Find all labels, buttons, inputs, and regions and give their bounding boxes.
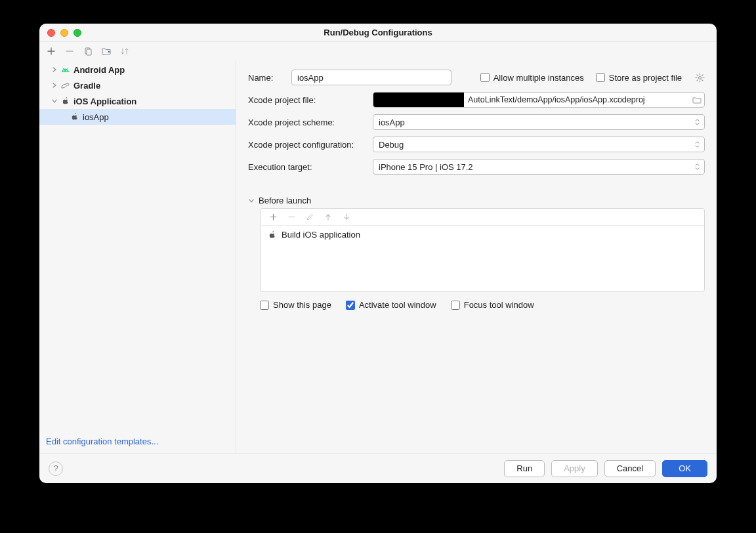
dialog-footer: ? Run Apply Cancel OK [39, 453, 717, 483]
chevron-down-icon [694, 163, 700, 171]
launch-checks: Show this page Activate tool window Focu… [260, 300, 705, 310]
xcode-file-value: AutoLinkText/demoApp/iosApp/iosApp.xcode… [464, 95, 690, 104]
copy-config-icon[interactable] [83, 46, 93, 56]
store-project-checkbox[interactable]: Store as project file [596, 73, 682, 83]
edit-templates-link[interactable]: Edit configuration templates... [39, 431, 236, 453]
titlebar: Run/Debug Configurations [39, 24, 717, 42]
xcode-file-row: Xcode project file: AutoLinkText/demoApp… [248, 92, 705, 108]
before-launch-toolbar [261, 209, 704, 226]
gradle-icon [60, 81, 70, 90]
config-select[interactable]: Debug [373, 137, 705, 152]
apple-icon [60, 96, 70, 106]
show-page-checkbox[interactable]: Show this page [260, 300, 331, 310]
svg-point-2 [63, 70, 64, 72]
target-select[interactable]: iPhone 15 Pro | iOS 17.2 [373, 159, 705, 175]
xcode-file-label: Xcode project file: [248, 95, 366, 105]
dialog-title: Run/Debug Configurations [324, 28, 432, 37]
dialog-window: Run/Debug Configurations [39, 24, 717, 483]
scheme-row: Xcode project scheme: iosApp [248, 114, 705, 130]
browse-folder-icon[interactable] [690, 96, 704, 104]
focus-tool-label: Focus tool window [464, 300, 534, 310]
scheme-label: Xcode project scheme: [248, 117, 366, 127]
show-page-label: Show this page [273, 300, 331, 310]
minimize-window-button[interactable] [60, 29, 68, 37]
tree-item-gradle[interactable]: Gradle [39, 77, 236, 93]
remove-config-icon[interactable] [64, 46, 75, 56]
config-label: Xcode project configuration: [248, 140, 366, 150]
focus-tool-checkbox[interactable]: Focus tool window [451, 300, 534, 310]
tree-item-iosapp[interactable]: iosApp [39, 109, 236, 125]
config-toolbar [39, 42, 717, 60]
remove-task-icon[interactable] [287, 213, 296, 222]
config-value: Debug [379, 140, 694, 150]
config-sidebar: Android App Gradle [39, 60, 236, 453]
android-icon [60, 65, 70, 74]
add-task-icon[interactable] [268, 213, 278, 222]
chevron-down-icon [248, 198, 255, 204]
store-project-label: Store as project file [609, 73, 682, 83]
before-launch-box: Build iOS application [260, 208, 705, 292]
before-launch-item[interactable]: Build iOS application [261, 226, 704, 244]
scheme-value: iosApp [379, 117, 694, 127]
target-row: Execution target: iPhone 15 Pro | iOS 17… [248, 159, 705, 175]
ok-button[interactable]: OK [662, 460, 707, 477]
name-row: Name: Allow multiple instances Store as … [248, 70, 705, 85]
config-row: Xcode project configuration: Debug [248, 137, 705, 152]
close-window-button[interactable] [47, 29, 55, 37]
move-down-icon[interactable] [342, 213, 351, 222]
activate-tool-label: Activate tool window [359, 300, 436, 310]
allow-multiple-label: Allow multiple instances [494, 73, 584, 83]
move-up-icon[interactable] [324, 213, 333, 222]
help-icon[interactable]: ? [49, 461, 63, 476]
add-config-icon[interactable] [46, 46, 56, 56]
config-form: Name: Allow multiple instances Store as … [236, 60, 717, 453]
target-value: iPhone 15 Pro | iOS 17.2 [379, 162, 694, 172]
chevron-down-icon [51, 98, 58, 104]
edit-task-icon[interactable] [305, 213, 314, 222]
chevron-down-icon [694, 140, 700, 148]
gear-icon[interactable] [695, 73, 705, 83]
tree-label: Gradle [74, 81, 100, 91]
tree-label: iosApp [83, 112, 109, 122]
config-tree: Android App Gradle [39, 62, 236, 431]
zoom-window-button[interactable] [74, 29, 81, 37]
tree-item-android[interactable]: Android App [39, 62, 236, 77]
name-input[interactable] [291, 70, 452, 85]
chevron-down-icon [694, 118, 700, 126]
before-launch-label: Before launch [259, 196, 311, 205]
window-controls [47, 29, 81, 37]
apple-icon [70, 112, 79, 121]
apply-button[interactable]: Apply [551, 460, 598, 477]
chevron-right-icon [51, 66, 58, 73]
name-label: Name: [248, 73, 285, 83]
target-label: Execution target: [248, 162, 366, 172]
run-button[interactable]: Run [504, 460, 545, 477]
chevron-right-icon [51, 82, 58, 89]
apple-icon [267, 230, 276, 240]
before-launch-section: Before launch [248, 196, 705, 310]
allow-multiple-checkbox[interactable]: Allow multiple instances [480, 73, 584, 83]
xcode-file-input[interactable]: AutoLinkText/demoApp/iosApp/iosApp.xcode… [373, 92, 705, 108]
sort-icon[interactable] [119, 46, 130, 56]
activate-tool-checkbox[interactable]: Activate tool window [346, 300, 436, 310]
svg-point-4 [699, 76, 702, 79]
tree-label: iOS Application [74, 96, 136, 106]
dialog-body: Android App Gradle [39, 60, 717, 453]
before-launch-item-label: Build iOS application [282, 230, 360, 240]
cancel-button[interactable]: Cancel [604, 460, 656, 477]
before-launch-header[interactable]: Before launch [248, 196, 705, 205]
tree-label: Android App [74, 65, 125, 75]
redacted-path [373, 93, 464, 107]
folder-icon[interactable] [101, 46, 112, 56]
tree-item-ios-application[interactable]: iOS Application [39, 93, 236, 109]
scheme-select[interactable]: iosApp [373, 114, 705, 130]
svg-point-3 [66, 70, 68, 72]
svg-rect-1 [87, 49, 91, 55]
